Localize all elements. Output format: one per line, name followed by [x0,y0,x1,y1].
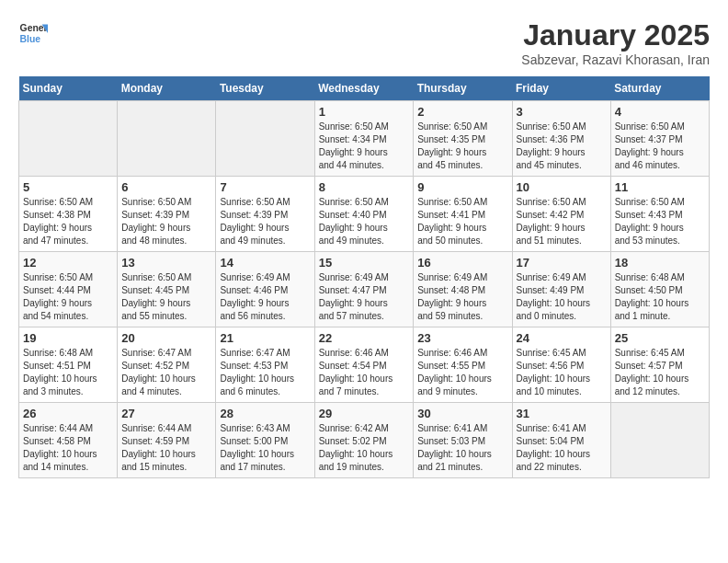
day-info: Sunrise: 6:50 AM Sunset: 4:39 PM Dayligh… [121,196,211,247]
day-number: 29 [319,407,410,420]
calendar-cell: 18Sunrise: 6:48 AM Sunset: 4:50 PM Dayli… [610,252,709,327]
calendar-week-row: 19Sunrise: 6:48 AM Sunset: 4:51 PM Dayli… [19,327,710,403]
day-info: Sunrise: 6:48 AM Sunset: 4:51 PM Dayligh… [23,347,113,398]
calendar-cell [118,101,216,177]
svg-text:Blue: Blue [20,34,41,44]
calendar-cell: 3Sunrise: 6:50 AM Sunset: 4:36 PM Daylig… [512,101,610,177]
day-number: 21 [220,331,310,345]
calendar-cell [610,403,709,478]
calendar-week-row: 26Sunrise: 6:44 AM Sunset: 4:58 PM Dayli… [19,403,710,478]
calendar-cell: 25Sunrise: 6:45 AM Sunset: 4:57 PM Dayli… [610,327,709,403]
calendar-cell: 23Sunrise: 6:46 AM Sunset: 4:55 PM Dayli… [414,327,512,403]
day-number: 13 [121,256,211,270]
day-number: 7 [220,180,310,194]
calendar-cell: 13Sunrise: 6:50 AM Sunset: 4:45 PM Dayli… [118,252,216,327]
day-info: Sunrise: 6:49 AM Sunset: 4:47 PM Dayligh… [319,271,410,323]
day-number: 19 [23,331,113,345]
day-info: Sunrise: 6:50 AM Sunset: 4:34 PM Dayligh… [319,121,410,172]
day-number: 20 [121,331,211,345]
day-number: 28 [220,407,310,420]
weekday-header: Friday [512,76,610,101]
calendar-cell: 28Sunrise: 6:43 AM Sunset: 5:00 PM Dayli… [216,403,314,478]
day-number: 31 [517,407,607,420]
weekday-header-row: SundayMondayTuesdayWednesdayThursdayFrid… [19,76,710,101]
calendar-cell: 16Sunrise: 6:49 AM Sunset: 4:48 PM Dayli… [414,252,512,327]
calendar-subtitle: Sabzevar, Razavi Khorasan, Iran [521,52,710,67]
day-number: 8 [319,180,410,194]
day-info: Sunrise: 6:50 AM Sunset: 4:40 PM Dayligh… [319,196,410,247]
calendar-cell: 19Sunrise: 6:48 AM Sunset: 4:51 PM Dayli… [19,327,118,403]
calendar-cell: 6Sunrise: 6:50 AM Sunset: 4:39 PM Daylig… [118,177,216,252]
calendar-cell: 15Sunrise: 6:49 AM Sunset: 4:47 PM Dayli… [314,252,414,327]
calendar-cell: 5Sunrise: 6:50 AM Sunset: 4:38 PM Daylig… [19,177,118,252]
day-info: Sunrise: 6:48 AM Sunset: 4:50 PM Dayligh… [615,271,705,323]
day-number: 30 [417,407,507,420]
calendar-table: SundayMondayTuesdayWednesdayThursdayFrid… [18,76,710,478]
day-number: 25 [615,331,705,345]
calendar-week-row: 12Sunrise: 6:50 AM Sunset: 4:44 PM Dayli… [19,252,710,327]
day-number: 3 [517,105,607,119]
day-number: 16 [417,256,507,270]
logo: General Blue [18,18,48,48]
day-info: Sunrise: 6:50 AM Sunset: 4:44 PM Dayligh… [23,271,113,323]
day-info: Sunrise: 6:50 AM Sunset: 4:43 PM Dayligh… [615,196,705,247]
day-info: Sunrise: 6:47 AM Sunset: 4:53 PM Dayligh… [220,347,310,398]
day-info: Sunrise: 6:50 AM Sunset: 4:42 PM Dayligh… [517,196,607,247]
day-info: Sunrise: 6:49 AM Sunset: 4:49 PM Dayligh… [517,271,607,323]
calendar-cell: 11Sunrise: 6:50 AM Sunset: 4:43 PM Dayli… [610,177,709,252]
day-number: 18 [615,256,705,270]
weekday-header: Tuesday [216,76,314,101]
day-info: Sunrise: 6:41 AM Sunset: 5:03 PM Dayligh… [417,422,507,474]
day-number: 24 [517,331,607,345]
day-info: Sunrise: 6:50 AM Sunset: 4:38 PM Dayligh… [23,196,113,247]
calendar-cell: 24Sunrise: 6:45 AM Sunset: 4:56 PM Dayli… [512,327,610,403]
day-info: Sunrise: 6:50 AM Sunset: 4:45 PM Dayligh… [121,271,211,323]
calendar-cell: 30Sunrise: 6:41 AM Sunset: 5:03 PM Dayli… [414,403,512,478]
day-info: Sunrise: 6:47 AM Sunset: 4:52 PM Dayligh… [121,347,211,398]
day-number: 22 [319,331,410,345]
calendar-cell: 8Sunrise: 6:50 AM Sunset: 4:40 PM Daylig… [314,177,414,252]
calendar-cell: 26Sunrise: 6:44 AM Sunset: 4:58 PM Dayli… [19,403,118,478]
day-number: 10 [517,180,607,194]
day-number: 15 [319,256,410,270]
calendar-week-row: 5Sunrise: 6:50 AM Sunset: 4:38 PM Daylig… [19,177,710,252]
day-info: Sunrise: 6:50 AM Sunset: 4:35 PM Dayligh… [417,121,507,172]
logo-icon: General Blue [18,18,48,48]
day-number: 12 [23,256,113,270]
calendar-cell: 22Sunrise: 6:46 AM Sunset: 4:54 PM Dayli… [314,327,414,403]
day-number: 5 [23,180,113,194]
day-info: Sunrise: 6:42 AM Sunset: 5:02 PM Dayligh… [319,422,410,474]
calendar-cell: 12Sunrise: 6:50 AM Sunset: 4:44 PM Dayli… [19,252,118,327]
day-info: Sunrise: 6:41 AM Sunset: 5:04 PM Dayligh… [517,422,607,474]
day-info: Sunrise: 6:50 AM Sunset: 4:36 PM Dayligh… [517,121,607,172]
weekday-header: Wednesday [314,76,414,101]
day-number: 17 [517,256,607,270]
day-info: Sunrise: 6:50 AM Sunset: 4:39 PM Dayligh… [220,196,310,247]
calendar-cell [216,101,314,177]
weekday-header: Monday [118,76,216,101]
day-number: 11 [615,180,705,194]
day-number: 2 [417,105,507,119]
day-info: Sunrise: 6:45 AM Sunset: 4:56 PM Dayligh… [517,347,607,398]
calendar-cell: 27Sunrise: 6:44 AM Sunset: 4:59 PM Dayli… [118,403,216,478]
day-info: Sunrise: 6:50 AM Sunset: 4:37 PM Dayligh… [615,121,705,172]
day-info: Sunrise: 6:50 AM Sunset: 4:41 PM Dayligh… [417,196,507,247]
day-info: Sunrise: 6:44 AM Sunset: 4:59 PM Dayligh… [121,422,211,474]
day-info: Sunrise: 6:49 AM Sunset: 4:48 PM Dayligh… [417,271,507,323]
calendar-cell: 9Sunrise: 6:50 AM Sunset: 4:41 PM Daylig… [414,177,512,252]
calendar-cell: 17Sunrise: 6:49 AM Sunset: 4:49 PM Dayli… [512,252,610,327]
calendar-cell: 1Sunrise: 6:50 AM Sunset: 4:34 PM Daylig… [314,101,414,177]
day-info: Sunrise: 6:45 AM Sunset: 4:57 PM Dayligh… [615,347,705,398]
day-number: 23 [417,331,507,345]
calendar-title: January 2025 [521,18,710,52]
calendar-cell: 21Sunrise: 6:47 AM Sunset: 4:53 PM Dayli… [216,327,314,403]
day-number: 27 [121,407,211,420]
day-number: 1 [319,105,410,119]
day-info: Sunrise: 6:44 AM Sunset: 4:58 PM Dayligh… [23,422,113,474]
title-block: January 2025 Sabzevar, Razavi Khorasan, … [521,18,710,67]
weekday-header: Sunday [19,76,118,101]
calendar-cell: 31Sunrise: 6:41 AM Sunset: 5:04 PM Dayli… [512,403,610,478]
day-info: Sunrise: 6:46 AM Sunset: 4:55 PM Dayligh… [417,347,507,398]
calendar-week-row: 1Sunrise: 6:50 AM Sunset: 4:34 PM Daylig… [19,101,710,177]
day-number: 4 [615,105,705,119]
